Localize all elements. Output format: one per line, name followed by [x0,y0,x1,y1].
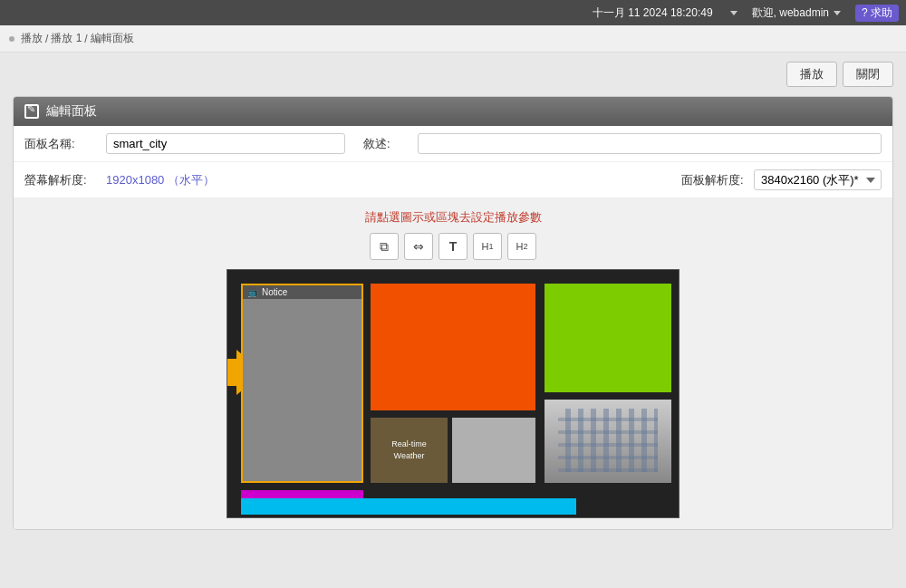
weather-label: Real-timeWeather [391,439,427,461]
preview-canvas[interactable]: 📺 Notice Real-timeWeather [226,269,680,518]
help-button[interactable]: ? 求助 [855,5,899,22]
breadcrumb-dot-icon [9,36,14,42]
breadcrumb: 播放 / 播放 1 / 編輯面板 [0,25,906,53]
canvas-area: 請點選圖示或區塊去設定播放參數 ⧉ ⇔ T H1 H2 📺 [14,198,892,529]
datetime-display: 十一月 11 2024 18:20:49 [593,5,713,21]
notice-header: 📺 Notice [243,285,361,299]
action-bar: 播放 關閉 [13,62,893,87]
canvas-toolbar: ⧉ ⇔ T H1 H2 [24,233,882,260]
topbar: 十一月 11 2024 18:20:49 歡迎, webadmin ? 求助 [0,0,906,25]
building-facade [545,400,671,483]
zone-gray-small[interactable] [452,418,535,483]
breadcrumb-item-1[interactable]: 播放 [21,31,43,46]
notice-label: Notice [262,287,287,297]
panel-title: 編輯面板 [46,103,97,120]
zone-green[interactable] [545,284,671,392]
play-button[interactable]: 播放 [786,62,837,87]
zone-orange[interactable] [371,284,535,410]
desc-label: 敘述: [363,136,418,152]
name-label: 面板名稱: [24,136,106,152]
user-dropdown-arrow[interactable] [834,11,841,15]
breadcrumb-item-3: 編輯面板 [91,31,134,46]
panel-card: 編輯面板 面板名稱: 敘述: 螢幕解析度: 1920x1080 （水平） 面板解… [13,96,893,530]
close-button[interactable]: 關閉 [843,62,893,87]
zone-notice[interactable]: 📺 Notice [241,284,363,483]
edit-panel-icon [24,104,39,119]
form-row-name-desc: 面板名稱: 敘述: [14,126,892,162]
panel-res-select[interactable]: 3840x2160 (水平)* 1920x1080 (水平) 1280x720 … [754,169,882,190]
copy-icon-button[interactable]: ⧉ [370,233,399,260]
flip-icon-button[interactable]: ⇔ [404,233,433,260]
h2-icon-button[interactable]: H2 [507,233,536,260]
zone-building[interactable] [545,400,671,483]
name-input[interactable] [106,133,345,154]
datetime-dropdown-arrow[interactable] [730,11,737,15]
h1-icon-button[interactable]: H1 [473,233,502,260]
zone-weather[interactable]: Real-timeWeather [371,418,448,483]
screen-res-label: 螢幕解析度: [24,172,106,188]
desc-input[interactable] [418,133,882,154]
user-greeting: 歡迎, webadmin [752,5,841,21]
panel-res-label: 面板解析度: [681,172,754,188]
panel-header: 編輯面板 [14,97,892,126]
tv-icon: 📺 [247,287,258,297]
breadcrumb-item-2[interactable]: 播放 1 [51,31,82,46]
screen-res-value: 1920x1080 （水平） [106,172,663,188]
canvas-instruction: 請點選圖示或區塊去設定播放參數 [24,209,882,226]
arrow-body [226,359,236,386]
text-icon-button[interactable]: T [439,233,467,260]
form-row-resolution: 螢幕解析度: 1920x1080 （水平） 面板解析度: 3840x2160 (… [14,162,892,198]
main-content: 播放 關閉 編輯面板 面板名稱: 敘述: 螢幕解析度: 1920x1080 （水… [0,53,906,539]
zone-cyan-bar[interactable] [241,498,576,515]
